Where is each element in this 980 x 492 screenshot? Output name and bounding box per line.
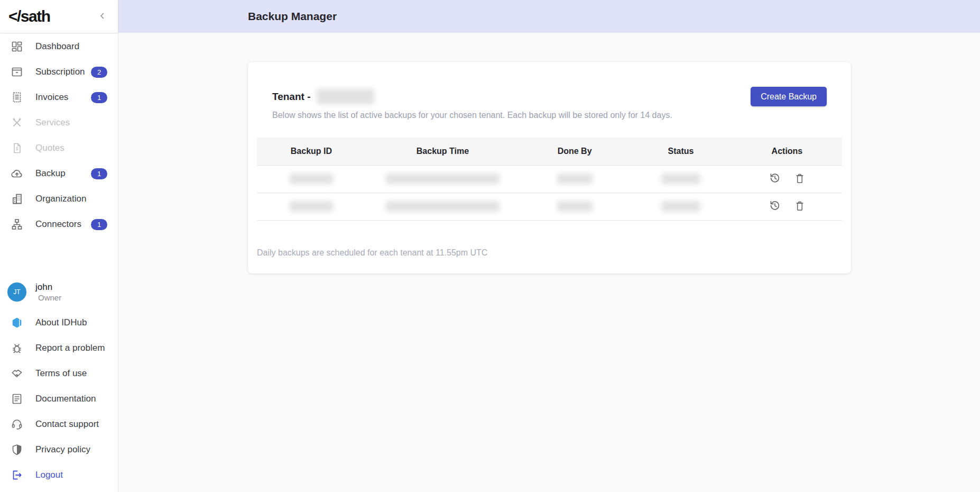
tenant-name-redacted — [317, 89, 374, 104]
actions-cell — [732, 193, 842, 220]
sidebar-item-services: Services — [0, 110, 118, 135]
restore-icon — [769, 199, 781, 213]
quotes-icon: $ — [11, 142, 23, 154]
redacted-value — [557, 201, 593, 212]
sidebar-item-connectors[interactable]: Connectors 1 — [0, 212, 118, 237]
sidebar-item-label: Connectors — [35, 219, 91, 230]
sidebar-item-label: Documentation — [35, 394, 107, 404]
redacted-value — [557, 174, 593, 184]
sidebar-item-report-problem[interactable]: Report a problem — [0, 335, 118, 361]
backup-icon — [11, 167, 23, 180]
card-description: Below shows the list of active backups f… — [272, 111, 827, 120]
redacted-value — [386, 174, 500, 184]
column-header-done-by: Done By — [520, 138, 630, 165]
dashboard-icon — [11, 40, 23, 53]
services-icon — [11, 116, 23, 129]
avatar: JT — [7, 283, 26, 302]
delete-backup-button[interactable] — [794, 172, 806, 186]
user-profile[interactable]: JT john Owner — [0, 280, 118, 304]
done-by-cell — [520, 193, 630, 220]
delete-icon — [794, 172, 806, 186]
sidebar-item-about-idhub[interactable]: About IDHub — [0, 310, 118, 335]
redacted-value — [661, 174, 700, 184]
sidebar-item-quotes: $ Quotes — [0, 135, 118, 161]
sidebar-item-privacy-policy[interactable]: Privacy policy — [0, 437, 118, 462]
sidebar-collapse-button[interactable] — [98, 11, 107, 22]
schedule-note: Daily backups are scheduled for each ten… — [257, 248, 842, 262]
page-title: Backup Manager — [248, 10, 337, 23]
done-by-cell — [520, 165, 630, 193]
column-header-actions: Actions — [732, 138, 842, 165]
sidebar-item-invoices[interactable]: Invoices 1 — [0, 85, 118, 110]
restore-backup-button[interactable] — [769, 199, 781, 213]
shield-icon — [11, 443, 23, 456]
sidebar-item-label: Organization — [35, 194, 107, 204]
redacted-value — [290, 201, 333, 212]
table-header: Backup ID Backup Time Done By Status Act… — [257, 138, 842, 165]
tenant-line: Tenant - — [272, 89, 374, 104]
sidebar-item-backup[interactable]: Backup 1 — [0, 161, 118, 186]
create-backup-button[interactable]: Create Backup — [751, 87, 827, 106]
status-cell — [630, 193, 732, 220]
sidebar-item-label: Contact support — [35, 419, 107, 430]
sidebar-item-label: Report a problem — [35, 343, 107, 353]
column-header-status: Status — [630, 138, 732, 165]
table-header-row: Backup ID Backup Time Done By Status Act… — [257, 138, 842, 165]
backup-badge: 1 — [91, 168, 107, 179]
sidebar-item-contact-support[interactable]: Contact support — [0, 412, 118, 437]
handshake-icon — [11, 367, 23, 380]
delete-icon — [794, 200, 806, 213]
user-name: john — [35, 282, 61, 293]
headset-icon — [11, 418, 23, 431]
user-text: john Owner — [35, 282, 61, 303]
tenant-label: Tenant - — [272, 91, 310, 103]
sidebar: </sath Dashboard Subscription 2 Invoices — [0, 0, 118, 492]
sidebar-item-label: Subscription — [35, 67, 91, 77]
invoices-badge: 1 — [91, 92, 107, 103]
sidebar-item-label: About IDHub — [35, 317, 107, 328]
chevron-left-icon — [98, 11, 107, 22]
logout-icon — [11, 469, 23, 481]
sath-logo: </sath — [8, 7, 50, 25]
sidebar-item-label: Invoices — [35, 92, 91, 103]
sidebar-item-terms[interactable]: Terms of use — [0, 361, 118, 386]
table-row — [257, 193, 842, 220]
sidebar-item-logout[interactable]: Logout — [0, 462, 118, 488]
user-role: Owner — [35, 293, 61, 303]
column-header-backup-id: Backup ID — [257, 138, 366, 165]
restore-icon — [769, 172, 781, 186]
sidebar-item-label: Quotes — [35, 143, 107, 153]
sidebar-item-label: Services — [35, 117, 107, 128]
svg-text:$: $ — [15, 146, 18, 151]
sidebar-item-dashboard[interactable]: Dashboard — [0, 34, 118, 59]
sidebar-item-label: Dashboard — [35, 41, 107, 52]
main-area: Backup Manager Tenant - Create Backup Be… — [118, 0, 980, 492]
bug-icon — [11, 342, 23, 354]
card-header: Tenant - Create Backup — [257, 87, 842, 106]
status-cell — [630, 165, 732, 193]
subscription-badge: 2 — [91, 67, 107, 78]
sidebar-item-subscription[interactable]: Subscription 2 — [0, 59, 118, 85]
column-header-backup-time: Backup Time — [366, 138, 520, 165]
backup-table: Backup ID Backup Time Done By Status Act… — [257, 138, 842, 221]
redacted-value — [386, 201, 500, 212]
idhub-hexagon-icon — [11, 316, 23, 329]
invoices-icon — [11, 91, 23, 104]
topbar: Backup Manager — [118, 0, 980, 33]
sidebar-header: </sath — [0, 0, 118, 33]
connectors-badge: 1 — [91, 219, 107, 230]
connectors-icon — [11, 218, 23, 231]
subscription-icon — [11, 66, 23, 78]
sidebar-item-organization[interactable]: Organization — [0, 186, 118, 212]
backup-card: Tenant - Create Backup Below shows the l… — [248, 62, 851, 274]
sidebar-footer-nav: About IDHub Report a problem Terms of us… — [0, 310, 118, 488]
delete-backup-button[interactable] — [794, 200, 806, 213]
sidebar-item-documentation[interactable]: Documentation — [0, 386, 118, 412]
restore-backup-button[interactable] — [769, 172, 781, 186]
sidebar-nav: Dashboard Subscription 2 Invoices 1 Serv… — [0, 33, 118, 237]
redacted-value — [290, 174, 333, 184]
backup-time-cell — [366, 165, 520, 193]
backup-id-cell — [257, 165, 366, 193]
sidebar-item-label: Privacy policy — [35, 444, 107, 455]
sidebar-item-label: Logout — [35, 470, 107, 480]
